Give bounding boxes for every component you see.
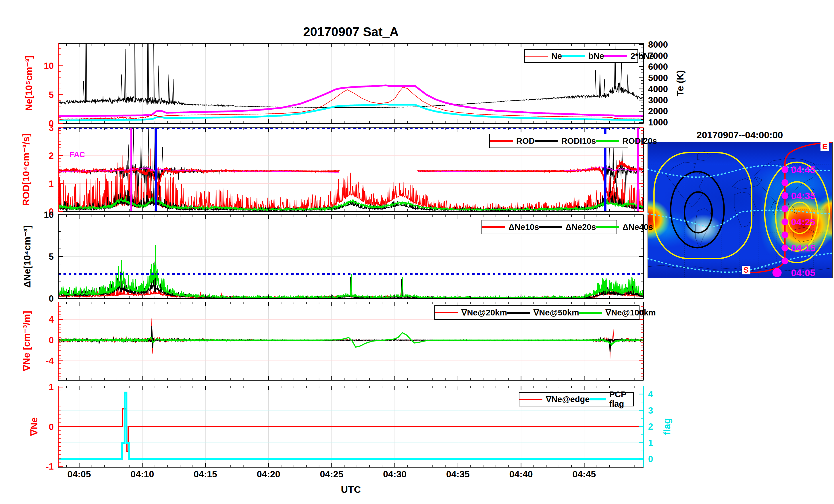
legend-label: 2*bNe	[631, 51, 654, 61]
orbit-dot	[772, 268, 782, 277]
legend-item: 2*bNe	[604, 51, 654, 61]
x-tick-label: 04:05	[67, 469, 91, 479]
tick-label: -4	[46, 356, 54, 366]
tick-label: 2000	[648, 106, 668, 116]
orbit-time-label: 04:05	[791, 268, 815, 278]
tick-label: 3	[648, 406, 653, 416]
axis-label-gradne: ∇Ne [cm⁻³/m]	[21, 311, 32, 371]
legend-label: ∇Ne@50km	[533, 308, 579, 317]
legend-line-sample	[482, 226, 505, 228]
series-gNe-edge	[58, 409, 643, 451]
x-tick-label: 04:40	[509, 469, 533, 479]
tick-label: 4	[648, 389, 653, 399]
legend-item: ∇Ne@edge	[520, 394, 590, 404]
orbit-time-label: 04:35	[791, 190, 815, 201]
tick-label: 3000	[648, 95, 668, 105]
legend-p5: ∇Ne@edgePCP flag	[519, 392, 634, 407]
coastline	[793, 227, 814, 242]
map-overlay: 04:4504:3504:2504:1504:05	[648, 142, 832, 278]
legend-label: ROD	[516, 136, 535, 146]
tick-label: 5	[49, 90, 54, 100]
legend-line-sample	[535, 140, 557, 142]
coastline	[734, 192, 756, 227]
legend-line-sample	[525, 56, 548, 56]
tick-label: 0	[49, 335, 54, 345]
tick-label: 0	[648, 454, 653, 464]
tick-label: 2	[648, 421, 653, 432]
axis-label-te: Te (K)	[675, 70, 686, 96]
tick-label: 1	[49, 382, 54, 392]
map-contour-yellow	[654, 153, 751, 259]
orbit-dot	[782, 219, 788, 225]
legend-item: ROD	[490, 136, 535, 146]
map-east-label: E	[820, 142, 829, 151]
legend-item: ∇Ne@20km	[435, 308, 507, 317]
coastline	[696, 208, 712, 248]
map-title: 20170907--04:00:00	[648, 130, 832, 141]
tick-label: 0	[49, 422, 54, 432]
panel-p1: 051010002000300040005000600070008000	[44, 0, 668, 129]
legend-line-sample	[562, 55, 585, 57]
axis-label-ne: Ne[10⁵cm⁻³]	[23, 56, 35, 111]
map-contour-black	[684, 192, 712, 233]
tick-label: -1	[46, 461, 54, 472]
tick-label: 10	[44, 210, 54, 220]
satellite-track	[744, 142, 832, 272]
series-group	[59, 318, 643, 359]
legend-line-sample	[596, 226, 619, 228]
axis-label-dne: ΔNe[10⁴cm⁻³]	[22, 225, 33, 288]
tick-label: 4	[49, 315, 54, 325]
legend-line-sample	[579, 312, 602, 314]
series-gNe100km	[59, 333, 643, 347]
x-tick-label: 04:10	[130, 469, 154, 479]
tick-label: 2	[49, 151, 54, 161]
legend-label: RODI10s	[561, 136, 596, 146]
legend-item: RODI20s	[596, 136, 657, 146]
series-gNe50km	[59, 326, 643, 352]
legend-label: ΔNe40s	[622, 223, 653, 232]
axis-label-flag: flag	[662, 418, 673, 435]
legend-line-sample	[507, 312, 530, 314]
legend-label: ΔNe10s	[508, 223, 539, 232]
orbit-dot	[782, 179, 788, 186]
x-tick-label: 04:35	[446, 469, 470, 479]
tick-label: 8000	[648, 40, 668, 50]
map-south-label: S	[742, 266, 750, 274]
tick-label: 0	[49, 294, 54, 304]
legend-item: PCP flag	[590, 390, 633, 409]
legend-label: bNe	[588, 51, 604, 61]
legend-label: ∇Ne@20km	[461, 308, 507, 317]
legend-line-sample	[539, 226, 562, 228]
legend-p2: RODRODI10sRODI20s	[489, 134, 628, 148]
legend-item: ∇Ne@100km	[579, 308, 656, 317]
legend-item: ∇Ne@50km	[507, 308, 579, 317]
axis-label-gradne-edge: ∇Ne	[28, 417, 40, 436]
series-RODI10s-low	[59, 188, 643, 211]
orbit-dot	[782, 192, 788, 199]
orbit-dot	[782, 205, 788, 212]
legend-label: ΔNe20s	[565, 223, 596, 232]
orbit-dot	[782, 166, 788, 173]
tick-label: 10	[44, 61, 54, 71]
legend-label: ∇Ne@100km	[606, 308, 656, 317]
tick-label: 1	[49, 179, 54, 189]
legend-label: PCP flag	[609, 390, 633, 409]
figure: 20170907 Sat_A 0510100020003000400050006…	[0, 0, 834, 504]
series-bNe	[59, 105, 643, 120]
x-axis-label: UTC	[58, 484, 643, 495]
legend-item: Ne	[525, 51, 562, 61]
legend-item: RODI10s	[535, 136, 596, 146]
legend-p4: ∇Ne@20km∇Ne@50km∇Ne@100km	[434, 305, 639, 320]
orbit-dot	[782, 231, 788, 238]
series-group	[59, 245, 643, 298]
legend-line-sample	[435, 312, 458, 313]
legend-label: RODI20s	[622, 136, 657, 146]
legend-line-sample	[520, 399, 542, 400]
orbit-time-label: 04:25	[791, 217, 815, 227]
tick-label: 4000	[648, 84, 668, 94]
x-tick-label: 04:20	[257, 469, 280, 479]
legend-p3: ΔNe10sΔNe20sΔNe40s	[482, 220, 617, 234]
x-tick-label: 04:30	[383, 469, 407, 479]
legend-item: ΔNe20s	[539, 223, 596, 232]
legend-line-sample	[490, 140, 513, 142]
